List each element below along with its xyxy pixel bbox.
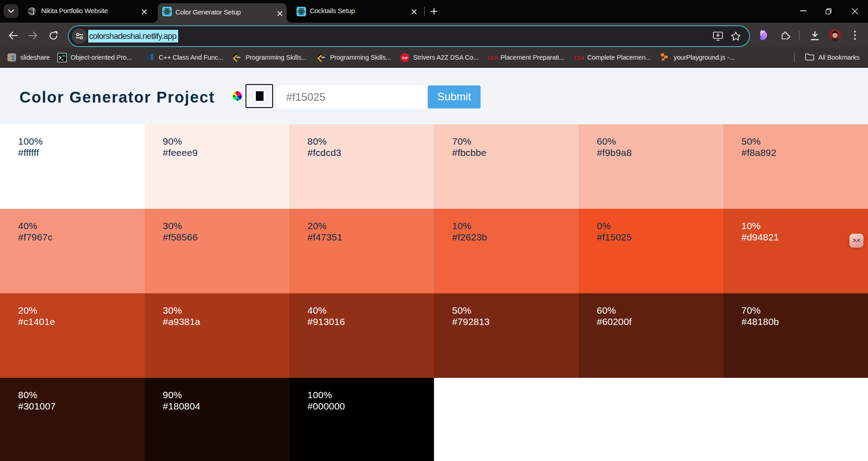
- svg-text:TUF: TUF: [402, 56, 408, 60]
- svg-text:HC: HC: [62, 55, 66, 58]
- svg-text:CFA: CFA: [574, 55, 584, 61]
- svg-text:CFA: CFA: [487, 55, 497, 61]
